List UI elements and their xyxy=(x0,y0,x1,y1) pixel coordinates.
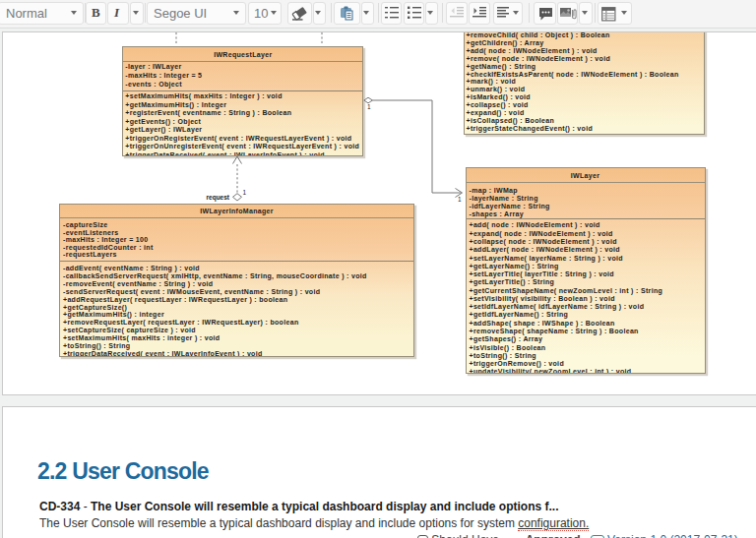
svg-text:request: request xyxy=(207,194,230,202)
svg-text:1: 1 xyxy=(458,196,462,203)
svg-text:1: 1 xyxy=(367,103,371,110)
svg-text:1: 1 xyxy=(243,189,247,196)
